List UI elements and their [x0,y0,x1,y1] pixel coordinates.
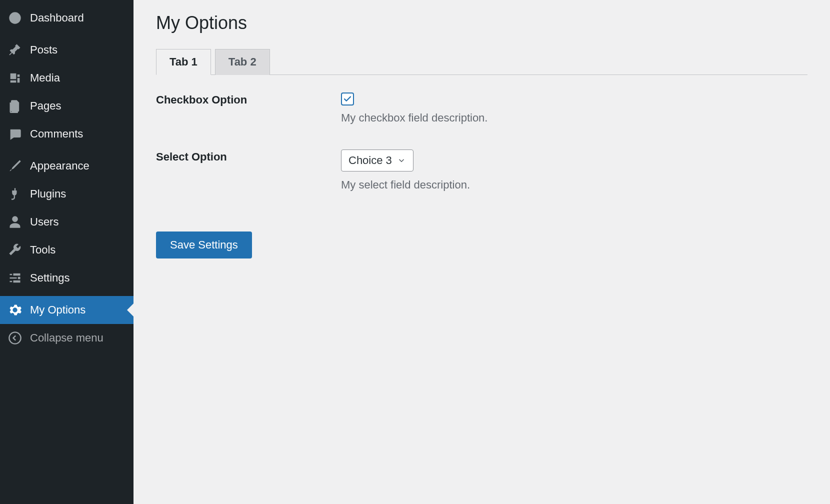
sidebar-item-label: Comments [30,128,83,140]
sidebar-item-settings[interactable]: Settings [0,264,134,292]
settings-form: Checkbox Option My checkbox field descri… [156,92,808,192]
field-label: Checkbox Option [156,92,341,124]
sidebar-item-dashboard[interactable]: Dashboard [0,4,134,32]
field-row-checkbox: Checkbox Option My checkbox field descri… [156,92,808,124]
sidebar-item-comments[interactable]: Comments [0,120,134,148]
tab-label: Tab 2 [228,56,256,68]
field-description: My checkbox field description. [341,112,808,124]
admin-sidebar: Dashboard Posts Media Pages Comments App… [0,0,134,504]
sidebar-item-label: Users [30,216,58,228]
pages-icon [8,99,22,113]
sidebar-item-label: Media [30,72,60,84]
pin-icon [8,43,22,57]
sidebar-item-label: Settings [30,272,70,284]
tab-label: Tab 1 [170,56,198,68]
page-title: My Options [156,12,808,34]
select-input[interactable]: Choice 3 [341,150,414,172]
sidebar-item-pages[interactable]: Pages [0,92,134,120]
wrench-icon [8,243,22,257]
main-content: My Options Tab 1 Tab 2 Checkbox Option M… [134,0,830,504]
checkbox-input[interactable] [341,92,354,106]
sliders-icon [8,271,22,285]
svg-point-0 [9,332,20,344]
gear-icon [8,303,22,317]
tab-2[interactable]: Tab 2 [215,49,270,75]
brush-icon [8,159,22,173]
sidebar-item-label: Appearance [30,160,90,172]
field-label: Select Option [156,150,341,192]
sidebar-collapse[interactable]: Collapse menu [0,324,134,352]
collapse-icon [8,331,22,345]
plug-icon [8,187,22,201]
sidebar-item-label: Dashboard [30,12,84,24]
sidebar-item-label: Plugins [30,188,66,200]
comment-icon [8,127,22,141]
tabs-nav: Tab 1 Tab 2 [156,48,808,75]
sidebar-item-my-options[interactable]: My Options [0,296,134,324]
sidebar-collapse-label: Collapse menu [30,332,104,344]
sidebar-item-posts[interactable]: Posts [0,36,134,64]
save-button[interactable]: Save Settings [156,232,252,258]
tab-1[interactable]: Tab 1 [156,49,211,75]
select-value: Choice 3 [348,154,392,167]
sidebar-item-label: Pages [30,100,61,112]
sidebar-item-label: Posts [30,44,58,56]
sidebar-item-label: Tools [30,244,56,256]
chevron-down-icon [397,156,406,165]
field-control: Choice 3 My select field description. [341,150,808,192]
sidebar-item-label: My Options [30,304,86,316]
sidebar-item-users[interactable]: Users [0,208,134,236]
field-description: My select field description. [341,178,808,192]
user-icon [8,215,22,229]
media-icon [8,71,22,85]
field-row-select: Select Option Choice 3 My select field d… [156,150,808,192]
sidebar-item-media[interactable]: Media [0,64,134,92]
dashboard-icon [8,11,22,25]
sidebar-item-tools[interactable]: Tools [0,236,134,264]
field-control: My checkbox field description. [341,92,808,124]
sidebar-item-plugins[interactable]: Plugins [0,180,134,208]
sidebar-item-appearance[interactable]: Appearance [0,152,134,180]
